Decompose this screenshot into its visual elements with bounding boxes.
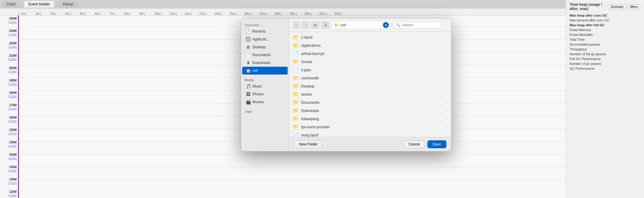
ruler-mark-19m: 19m | [289, 12, 297, 15]
location-dropdown-button[interactable]: ▼ [383, 22, 389, 28]
file-name: b.pptx [301, 68, 311, 72]
file-name: docker [301, 92, 312, 97]
chevron-right-icon: › [447, 109, 448, 112]
list-item[interactable]: 📁 Aurora › [289, 58, 451, 66]
sidebar-item-documents-label: Documents [252, 53, 271, 57]
ruler-mark-5m: 5m | [80, 12, 86, 15]
stat-full-gc-perf: Full GC Performance [570, 57, 640, 61]
stat-num-gc: Number of gc pauses [570, 62, 640, 66]
y-label-170m: 170M 0.023s [1, 104, 17, 110]
ruler-mark-2m: 2m | [36, 12, 41, 15]
file-type-icon: 📁 [293, 116, 299, 122]
stat-total-time: Total Time [570, 37, 640, 42]
file-type-icon: 📁 [293, 34, 299, 40]
sidebar-item-csh[interactable]: 🏠 csh [242, 67, 288, 75]
back-button[interactable]: ‹ [293, 21, 300, 29]
list-item[interactable]: 📁 Desktop › [289, 82, 451, 90]
ruler-mark-0: | [18, 12, 19, 15]
tab-bar: Chart | Event Details | Parser [0, 0, 566, 8]
downloads-icon: ⬇ [246, 60, 251, 65]
list-item[interactable]: 📁 Downloads › [289, 107, 451, 115]
list-item[interactable]: 📄 b.pptx [289, 66, 451, 74]
y-label-180m: 180M 0.024s [1, 91, 17, 98]
file-name: fpx-eorm-provider [301, 125, 330, 129]
csh-home-icon: 🏠 [246, 68, 251, 73]
tab-parser[interactable]: Parser [58, 1, 77, 8]
sidebar-item-documents[interactable]: 📄 Documents [242, 51, 288, 59]
file-name: Downloads [301, 109, 319, 113]
list-view-button[interactable]: ☰ [321, 21, 330, 29]
file-type-icon: 📄 [293, 67, 299, 73]
ruler-mark-8m: 8m | [125, 12, 130, 15]
chevron-right-icon: › [447, 125, 448, 129]
ruler-mark-14m: 14m | [214, 12, 222, 15]
search-bar[interactable]: 🔍 [393, 22, 442, 28]
file-name: fotiaoqiang [301, 117, 319, 121]
file-type-icon: 📁 [293, 124, 299, 130]
file-type-icon: 📁 [293, 75, 299, 81]
desktop-icon: 🖥 [246, 45, 251, 50]
sidebar-item-applications-label: Applicati... [252, 37, 269, 41]
forward-button[interactable]: › [302, 21, 309, 29]
ruler-mark-6m: 6m | [95, 12, 101, 15]
search-input[interactable] [402, 23, 447, 27]
sidebar-item-movies[interactable]: 🎬 Movies [242, 98, 288, 106]
grid-line-12 [18, 167, 566, 167]
sidebar-item-recents[interactable]: 🕐 Recents [242, 27, 288, 35]
cancel-button[interactable]: Cancel [403, 140, 425, 148]
stat-freed-memory: Freed Memory [570, 28, 640, 32]
chevron-right-icon: › [447, 85, 448, 88]
chevron-right-icon: › [447, 117, 448, 120]
ruler-mark-1m: 1m | [21, 12, 27, 15]
y-label-350m: 350M 0.019s [1, 153, 17, 160]
list-item[interactable]: 📁 fotiaoqiang › [289, 115, 451, 123]
dialog-footer: New Folder Cancel Open [289, 137, 451, 151]
open-button[interactable]: Open [427, 140, 446, 148]
grid-line-11 [18, 154, 566, 155]
file-type-icon: 📁 [293, 43, 299, 48]
file-name: Applications [301, 43, 321, 48]
list-item[interactable]: 📁 docker › [289, 90, 451, 98]
file-name: Aurora [301, 60, 312, 64]
list-item[interactable]: 📄 arthas-boot.jar [289, 50, 451, 58]
list-item[interactable]: 📁 fpx-eorm-provider › [289, 123, 451, 131]
stat-gc-perf: GC Performance [570, 66, 640, 71]
file-type-icon: 📁 [293, 59, 299, 65]
sidebar-item-downloads[interactable]: ⬇ Downloads [242, 59, 288, 67]
file-open-dialog: Favorites 🕐 Recents A Applicati... 🖥 Des… [241, 18, 452, 152]
new-folder-button[interactable]: New Folder [294, 140, 323, 148]
list-item[interactable]: 📁 Applications › [289, 41, 451, 50]
folder-location-icon: 📁 [334, 23, 339, 27]
sidebar-item-movies-label: Movies [252, 100, 264, 104]
photos-icon: 🖼 [246, 92, 251, 97]
list-item[interactable]: 📁 Documents › [289, 98, 451, 107]
chevron-right-icon: › [447, 44, 448, 47]
file-name: arthas-boot.jar [301, 52, 324, 56]
sidebar-item-desktop[interactable]: 🖥 Desktop [242, 43, 288, 51]
y-label-220m: 220M 0.029s [1, 42, 17, 48]
ruler-mark-22m: 22m | [334, 12, 342, 15]
sidebar-item-applications[interactable]: A Applicati... [242, 35, 288, 43]
sidebar-item-csh-label: csh [252, 69, 258, 73]
menu-button[interactable]: Menu [627, 4, 640, 9]
sidebar-item-music[interactable]: 🎵 Music [242, 82, 288, 90]
stats-title: Total heap (usage / alloc. max) [570, 2, 608, 11]
ruler-mark-12m: 12m | [184, 12, 192, 15]
tab-event-details[interactable]: Event Details [24, 1, 54, 8]
favorites-section-label: Favorites [241, 22, 289, 27]
summary-button[interactable]: Summary [608, 4, 626, 9]
sidebar-item-photos[interactable]: 🖼 Photos [242, 90, 288, 98]
icon-view-button[interactable]: ⊞ [311, 21, 319, 29]
ruler-mark-18m: 18m | [274, 12, 282, 15]
list-item[interactable]: 📁 commonlib › [289, 74, 451, 82]
y-label-140m: 140M 0.020s [1, 141, 17, 147]
list-item[interactable]: 📄 hong.hprof [289, 131, 451, 137]
tab-chart[interactable]: Chart [2, 1, 20, 8]
y-label-230m: 230M 0.030s [1, 29, 17, 36]
list-item[interactable]: 📁 2.hprof [289, 33, 451, 41]
y-label-150m: 150M 0.021s [1, 128, 17, 135]
location-bar[interactable]: 📁 csh ▼ [331, 21, 392, 29]
file-name: 2.hprof [301, 35, 312, 40]
ruler-mark-7m: 7m | [110, 12, 115, 15]
search-icon: 🔍 [396, 23, 401, 27]
